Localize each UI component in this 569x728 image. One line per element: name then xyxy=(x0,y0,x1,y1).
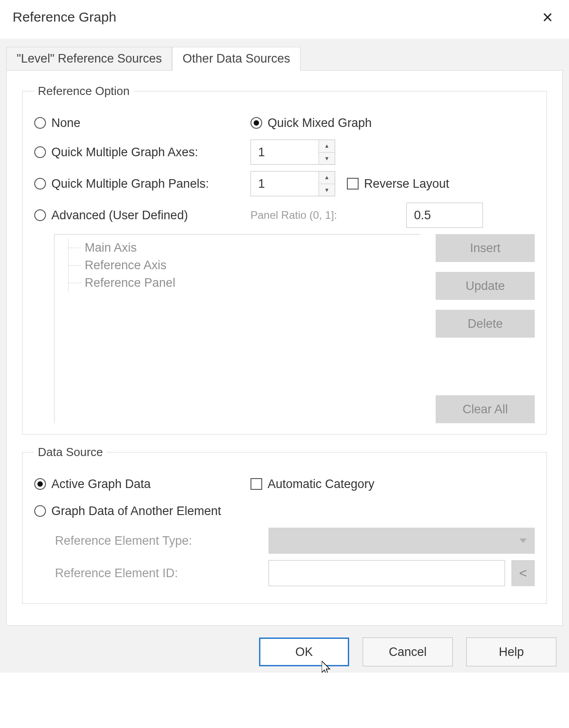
radio-advanced-label: Advanced (User Defined) xyxy=(51,208,188,222)
insert-button: Insert xyxy=(436,234,535,262)
tab-panel-other-data-sources: Reference Option None Quick Mixed Graph xyxy=(6,70,563,626)
ok-button[interactable]: OK xyxy=(259,638,349,666)
tree-node-main-axis[interactable]: Main Axis xyxy=(68,239,412,257)
radio-quick-multiple-panels-label: Quick Multiple Graph Panels: xyxy=(51,177,209,191)
reference-element-id-input[interactable] xyxy=(269,560,505,586)
reference-element-id-label: Reference Element ID: xyxy=(34,566,269,580)
cancel-button[interactable]: Cancel xyxy=(363,638,453,666)
radio-another-element-label: Graph Data of Another Element xyxy=(51,504,221,518)
radio-quick-multiple-axes[interactable]: Quick Multiple Graph Axes: xyxy=(34,145,198,159)
checkbox-automatic-category[interactable]: Automatic Category xyxy=(250,477,374,491)
radio-quick-multiple-panels[interactable]: Quick Multiple Graph Panels: xyxy=(34,177,209,191)
reference-option-legend: Reference Option xyxy=(34,84,133,98)
reference-element-type-combo xyxy=(269,528,535,554)
quick-multiple-panels-spinner[interactable]: ▲ ▼ xyxy=(250,171,335,196)
title-bar: Reference Graph × xyxy=(0,0,569,39)
reference-element-type-label: Reference Element Type: xyxy=(34,534,269,548)
spinner-up-icon[interactable]: ▲ xyxy=(319,140,335,153)
quick-multiple-axes-spinner[interactable]: ▲ ▼ xyxy=(250,140,335,165)
tab-level-reference-sources[interactable]: "Level" Reference Sources xyxy=(6,47,172,70)
radio-quick-mixed-graph-label: Quick Mixed Graph xyxy=(268,116,372,130)
radio-advanced[interactable]: Advanced (User Defined) xyxy=(34,208,188,222)
radio-quick-multiple-axes-label: Quick Multiple Graph Axes: xyxy=(51,145,198,159)
spinner-down-icon[interactable]: ▼ xyxy=(319,184,335,196)
dialog-window: Reference Graph × "Level" Reference Sour… xyxy=(0,0,569,673)
close-icon[interactable]: × xyxy=(539,8,556,26)
data-source-legend: Data Source xyxy=(34,445,107,459)
delete-button: Delete xyxy=(436,310,535,338)
svg-marker-0 xyxy=(322,661,330,673)
tree-node-reference-panel[interactable]: Reference Panel xyxy=(68,274,412,292)
quick-multiple-panels-input[interactable] xyxy=(251,172,319,196)
reference-element-picker-button: < xyxy=(511,560,535,586)
checkbox-reverse-layout-label: Reverse Layout xyxy=(364,177,449,191)
reference-option-group: Reference Option None Quick Mixed Graph xyxy=(22,84,547,434)
dialog-footer: OK Cancel Help xyxy=(6,626,563,666)
radio-quick-mixed-graph[interactable]: Quick Mixed Graph xyxy=(250,116,372,130)
panel-ratio-input[interactable] xyxy=(406,203,483,228)
tab-other-data-sources[interactable]: Other Data Sources xyxy=(172,47,300,71)
tree-node-reference-axis[interactable]: Reference Axis xyxy=(68,257,412,274)
spinner-down-icon[interactable]: ▼ xyxy=(319,153,335,165)
quick-multiple-axes-input[interactable] xyxy=(251,140,319,164)
help-button[interactable]: Help xyxy=(466,638,556,666)
update-button: Update xyxy=(436,272,535,300)
radio-none[interactable]: None xyxy=(34,116,81,130)
panel-ratio-label: Panel Ratio (0, 1]: xyxy=(250,209,395,222)
spinner-up-icon[interactable]: ▲ xyxy=(319,172,335,184)
data-source-group: Data Source Active Graph Data Automatic … xyxy=(22,445,547,604)
tab-bar: "Level" Reference Sources Other Data Sou… xyxy=(6,39,563,70)
checkbox-automatic-category-label: Automatic Category xyxy=(268,477,374,491)
window-title: Reference Graph xyxy=(13,9,116,25)
radio-none-label: None xyxy=(51,116,81,130)
dialog-body: "Level" Reference Sources Other Data Sou… xyxy=(0,39,569,673)
advanced-tree[interactable]: Main Axis Reference Axis Reference Panel xyxy=(54,234,420,423)
radio-another-element[interactable]: Graph Data of Another Element xyxy=(34,504,221,518)
checkbox-reverse-layout[interactable]: Reverse Layout xyxy=(347,177,449,191)
clear-all-button: Clear All xyxy=(436,395,535,423)
radio-active-graph-data[interactable]: Active Graph Data xyxy=(34,477,151,491)
radio-active-graph-data-label: Active Graph Data xyxy=(51,477,151,491)
